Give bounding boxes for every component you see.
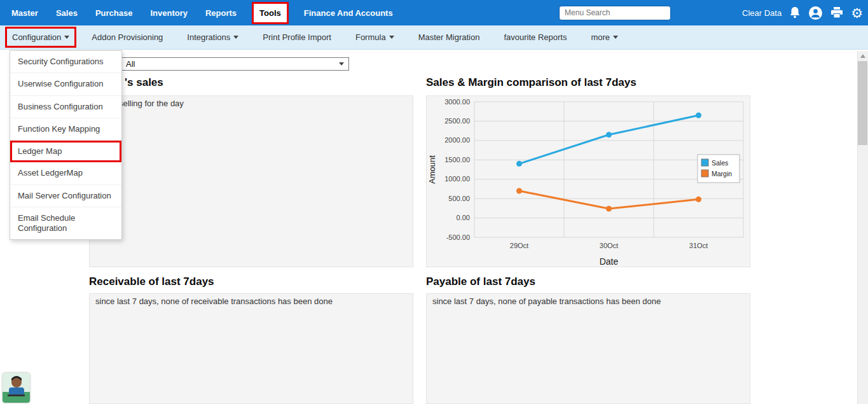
payable-panel-title: Payable of last 7days [426, 275, 535, 288]
svg-text:2500.00: 2500.00 [444, 117, 470, 125]
printer-icon[interactable] [830, 7, 843, 18]
subnav-item-addon-provisioning[interactable]: Addon Provisioning [92, 32, 163, 42]
subnav-item-formula[interactable]: Formula [355, 32, 394, 42]
configuration-dropdown-menu: Security Configurations Userwise Configu… [10, 50, 122, 240]
sales-panel-title: 's sales [125, 76, 163, 89]
subnav-item-favourite-reports[interactable]: favourite Reports [504, 32, 567, 42]
scrollbar-thumb[interactable] [858, 61, 867, 145]
nav-item-finance-and-accounts[interactable]: Finance And Accounts [304, 8, 393, 18]
receivable-panel-message: since last 7 days, none of receivable tr… [95, 296, 333, 306]
svg-text:1000.00: 1000.00 [444, 175, 470, 183]
svg-text:Sales: Sales [712, 159, 728, 167]
chevron-down-icon [64, 36, 69, 39]
subnav-item-configuration[interactable]: Configuration [5, 27, 76, 48]
chevron-down-icon [389, 36, 394, 39]
svg-text:2000.00: 2000.00 [444, 136, 470, 144]
todays-sales-panel: gin selling for the day [89, 95, 413, 267]
chevron-down-icon [233, 36, 238, 39]
svg-text:1500.00: 1500.00 [444, 156, 470, 164]
gear-icon[interactable]: ⚙ [851, 6, 863, 20]
nav-item-reports[interactable]: Reports [205, 8, 237, 18]
sales-margin-chart: 3000.002500.002000.001500.001000.00500.0… [427, 96, 750, 267]
top-nav-right: Clear Data ⚙ [559, 0, 863, 25]
chevron-down-icon [613, 36, 618, 39]
svg-text:-500.00: -500.00 [446, 233, 470, 241]
subnav-item-integrations-label: Integrations [187, 32, 230, 42]
svg-text:31Oct: 31Oct [689, 242, 708, 249]
subnav-item-configuration-label: Configuration [12, 32, 61, 42]
menu-search-input[interactable] [559, 6, 671, 20]
payable-panel-message: since last 7 days, none of payable trans… [432, 296, 661, 306]
receivable-panel: since last 7 days, none of receivable tr… [89, 293, 413, 404]
scroll-up-arrow-icon[interactable] [860, 54, 865, 58]
svg-text:Margin: Margin [712, 170, 732, 178]
nav-item-inventory[interactable]: Inventory [150, 8, 188, 18]
menu-item-email-schedule-configuration[interactable]: Email Schedule Configuration [10, 207, 121, 240]
svg-text:0.00: 0.00 [457, 214, 470, 221]
menu-item-ledger-map[interactable]: Ledger Map [10, 141, 121, 162]
subnav-item-more[interactable]: more [591, 32, 618, 42]
sales-margin-chart-panel: 3000.002500.002000.001500.001000.00500.0… [426, 95, 750, 267]
menu-item-security-configurations[interactable]: Security Configurations [10, 51, 121, 73]
support-icon[interactable] [808, 6, 823, 20]
payable-panel: since last 7 days, none of payable trans… [426, 293, 750, 404]
nav-item-purchase[interactable]: Purchase [95, 8, 133, 18]
menu-item-business-configuration[interactable]: Business Configuration [10, 96, 121, 118]
subnav-item-integrations[interactable]: Integrations [187, 32, 238, 42]
select-arrow-icon [339, 62, 344, 66]
svg-text:Date: Date [600, 256, 619, 267]
nav-item-tools[interactable]: Tools [252, 2, 289, 24]
filter-select-value: All [126, 59, 135, 69]
sales-margin-chart-title: Sales & Margin comparison of last 7days [426, 76, 637, 89]
svg-text:Amount: Amount [427, 155, 437, 184]
menu-item-userwise-configuration[interactable]: Userwise Configuration [10, 73, 121, 95]
subnav-item-more-label: more [591, 32, 610, 42]
nav-item-sales[interactable]: Sales [56, 8, 78, 18]
clear-data-button[interactable]: Clear Data [742, 8, 782, 18]
bell-icon[interactable] [789, 6, 801, 19]
svg-text:500.00: 500.00 [448, 195, 470, 202]
menu-item-asset-ledgermap[interactable]: Asset LedgerMap [10, 162, 121, 185]
sub-nav: Configuration Addon Provisioning Integra… [0, 25, 868, 50]
support-avatar[interactable] [3, 373, 30, 403]
svg-text:30Oct: 30Oct [600, 242, 618, 249]
filter-select[interactable]: All [121, 57, 349, 71]
subnav-item-formula-label: Formula [355, 32, 386, 42]
receivable-panel-title: Receivable of last 7days [89, 275, 214, 288]
menu-item-function-key-mapping[interactable]: Function Key Mapping [10, 118, 121, 141]
nav-item-master[interactable]: Master [11, 8, 38, 18]
svg-text:29Oct: 29Oct [510, 242, 528, 249]
subnav-item-master-migration[interactable]: Master Migration [418, 32, 480, 42]
top-nav: Master Sales Purchase Inventory Reports … [0, 0, 868, 25]
menu-item-mail-server-configuration[interactable]: Mail Server Configuration [10, 185, 121, 207]
app-root: Master Sales Purchase Inventory Reports … [0, 0, 868, 404]
svg-text:3000.00: 3000.00 [444, 98, 470, 106]
subnav-item-print-profile-import[interactable]: Print Profile Import [263, 32, 331, 42]
